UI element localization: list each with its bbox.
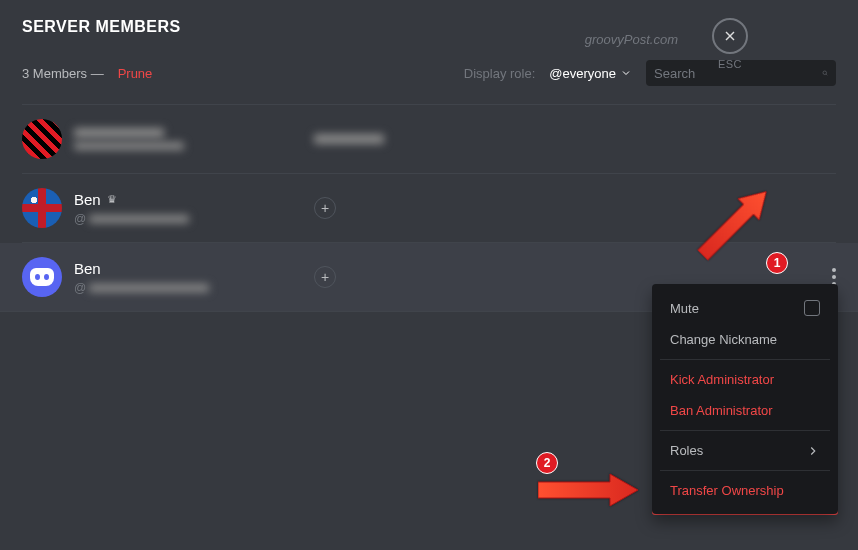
- menu-label: Ban Administrator: [670, 403, 773, 418]
- role-filter-select[interactable]: @everyone: [549, 66, 632, 81]
- menu-label: Change Nickname: [670, 332, 777, 347]
- annotation-arrow: [538, 470, 638, 514]
- member-tag-redacted: .: [89, 215, 189, 223]
- context-menu: Mute Change Nickname Kick Administrator …: [652, 284, 838, 514]
- menu-ban[interactable]: Ban Administrator: [660, 395, 830, 426]
- close-button[interactable]: [712, 18, 748, 54]
- owner-crown-icon: ♛: [107, 193, 117, 206]
- member-tag-redacted: .: [74, 142, 184, 150]
- search-icon: [822, 65, 828, 81]
- role-chip-redacted: .: [314, 134, 384, 144]
- menu-mute[interactable]: Mute: [660, 292, 830, 324]
- member-name-redacted: .: [74, 128, 164, 138]
- close-icon: [722, 28, 738, 44]
- member-tag-redacted: .: [89, 284, 209, 292]
- annotation-badge: 1: [766, 252, 788, 274]
- menu-change-nickname[interactable]: Change Nickname: [660, 324, 830, 355]
- svg-line-1: [826, 74, 827, 75]
- menu-roles[interactable]: Roles: [660, 435, 830, 466]
- mute-checkbox[interactable]: [804, 300, 820, 316]
- member-row[interactable]: . . .: [22, 105, 836, 174]
- menu-separator: [660, 359, 830, 360]
- page-title: SERVER MEMBERS: [22, 18, 181, 36]
- chevron-right-icon: [806, 444, 820, 458]
- display-role-label: Display role:: [464, 66, 536, 81]
- esc-label: ESC: [712, 58, 748, 70]
- at-prefix: @: [74, 212, 86, 226]
- menu-label: Kick Administrator: [670, 372, 774, 387]
- menu-kick[interactable]: Kick Administrator: [660, 364, 830, 395]
- avatar: [22, 257, 62, 297]
- role-selected-value: @everyone: [549, 66, 616, 81]
- annotation-badge: 2: [536, 452, 558, 474]
- menu-transfer-ownership[interactable]: Transfer Ownership: [660, 475, 830, 506]
- add-role-button[interactable]: +: [314, 266, 336, 288]
- svg-point-0: [823, 71, 827, 75]
- menu-label: Roles: [670, 443, 703, 458]
- add-role-button[interactable]: +: [314, 197, 336, 219]
- member-count: 3 Members —: [22, 66, 104, 81]
- discord-logo-icon: [30, 268, 54, 286]
- avatar: [22, 188, 62, 228]
- avatar: [22, 119, 62, 159]
- member-name: Ben: [74, 191, 101, 208]
- menu-separator: [660, 430, 830, 431]
- member-name: Ben: [74, 260, 101, 277]
- prune-link[interactable]: Prune: [118, 66, 153, 81]
- menu-label: Transfer Ownership: [670, 483, 784, 498]
- menu-separator: [660, 470, 830, 471]
- at-prefix: @: [74, 281, 86, 295]
- svg-marker-5: [538, 474, 638, 506]
- menu-label: Mute: [670, 301, 699, 316]
- chevron-down-icon: [620, 67, 632, 79]
- watermark: groovyPost.com: [585, 32, 678, 47]
